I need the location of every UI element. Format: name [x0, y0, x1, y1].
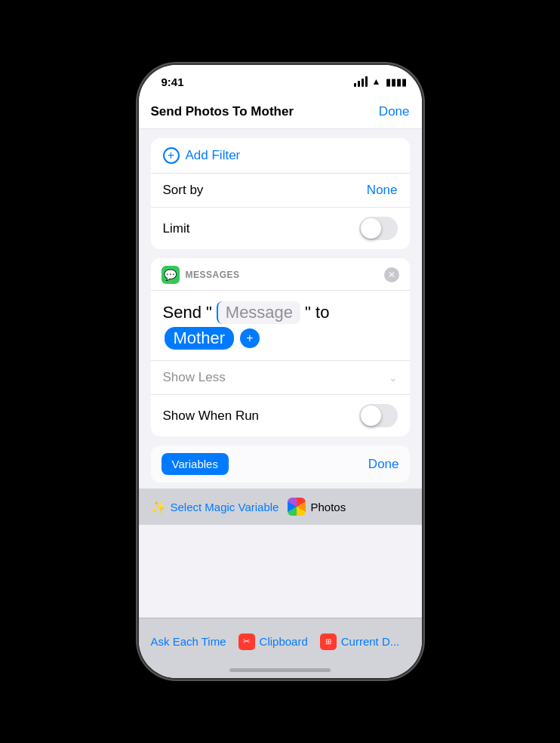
wifi-icon: ▲: [372, 76, 381, 87]
variables-done-button[interactable]: Done: [368, 457, 399, 472]
bar4: [365, 76, 368, 87]
photos-app-icon: [288, 498, 306, 516]
photos-variable-button[interactable]: Photos: [288, 498, 346, 516]
home-indicator: [229, 668, 331, 672]
ask-each-time-button[interactable]: Ask Each Time: [151, 635, 226, 648]
send-text-middle: " to: [305, 303, 329, 322]
message-input[interactable]: Message: [217, 301, 300, 324]
photos-label: Photos: [310, 501, 346, 513]
status-time: 9:41: [162, 76, 184, 88]
bar2: [358, 81, 360, 87]
add-recipient-button[interactable]: +: [240, 328, 260, 348]
current-button[interactable]: ⊞ Current D...: [320, 634, 400, 650]
send-text-before: Send ": [163, 303, 212, 322]
clipboard-label: Clipboard: [260, 635, 308, 648]
filter-card: + Add Filter Sort by None Limit: [151, 138, 410, 249]
current-icon: ⊞: [320, 634, 337, 650]
close-messages-button[interactable]: ✕: [384, 267, 399, 282]
messages-section-label: MESSAGES: [186, 270, 378, 280]
magic-wand-icon: ✨: [151, 500, 166, 514]
limit-toggle[interactable]: [359, 217, 398, 240]
send-message-row: Send " Message " to Mother +: [151, 291, 410, 361]
signal-bars-icon: [354, 76, 368, 87]
show-when-run-toggle[interactable]: [359, 404, 398, 427]
add-filter-label: Add Filter: [186, 148, 241, 163]
main-content: + Add Filter Sort by None Limit 💬: [139, 129, 422, 525]
toggle-thumb: [361, 218, 381, 239]
show-when-run-row[interactable]: Show When Run: [151, 395, 410, 436]
messages-app-icon: 💬: [162, 266, 180, 284]
variables-button[interactable]: Variables: [162, 453, 229, 475]
nav-bar: Send Photos To Mother Done: [139, 98, 422, 129]
messages-header: 💬 MESSAGES ✕: [151, 258, 410, 291]
show-when-run-label: Show When Run: [163, 408, 359, 424]
recipient-pill[interactable]: Mother: [165, 327, 234, 350]
bar3: [362, 79, 364, 87]
limit-row[interactable]: Limit: [151, 208, 410, 249]
message-placeholder: Message: [226, 303, 293, 322]
bar1: [354, 83, 356, 87]
variables-bar: Variables Done: [151, 445, 410, 482]
show-less-row[interactable]: Show Less ⌄: [151, 361, 410, 395]
select-magic-variable-button[interactable]: ✨ Select Magic Variable: [151, 500, 279, 514]
clipboard-icon: ✂: [238, 634, 255, 650]
sort-by-row[interactable]: Sort by None: [151, 174, 410, 208]
current-label: Current D...: [341, 635, 400, 648]
toggle-thumb-2: [361, 405, 381, 426]
show-less-label: Show Less: [163, 370, 389, 385]
limit-label: Limit: [163, 221, 359, 236]
variable-chooser: ✨ Select Magic Variable Photos: [139, 489, 422, 525]
add-filter-row[interactable]: + Add Filter: [151, 138, 410, 174]
nav-done-button[interactable]: Done: [379, 104, 410, 119]
clipboard-button[interactable]: ✂ Clipboard: [238, 634, 308, 650]
phone-frame: 9:41 ▲ ▮▮▮▮ Send Photos To Mother Done +…: [139, 65, 422, 678]
messages-bubble-icon: 💬: [164, 269, 177, 281]
chevron-down-icon: ⌄: [389, 372, 398, 384]
recipient-name: Mother: [174, 328, 225, 348]
nav-title: Send Photos To Mother: [151, 104, 294, 119]
select-magic-variable-label: Select Magic Variable: [171, 501, 279, 513]
ask-each-time-label: Ask Each Time: [151, 635, 226, 648]
sort-by-value: None: [367, 183, 398, 198]
status-icons: ▲ ▮▮▮▮: [354, 76, 407, 88]
status-bar: 9:41 ▲ ▮▮▮▮: [139, 65, 422, 98]
sort-by-label: Sort by: [163, 183, 367, 198]
add-filter-icon: +: [163, 147, 180, 164]
battery-icon: ▮▮▮▮: [386, 76, 407, 88]
messages-card: 💬 MESSAGES ✕ Send " Message " to Mother …: [151, 258, 410, 436]
